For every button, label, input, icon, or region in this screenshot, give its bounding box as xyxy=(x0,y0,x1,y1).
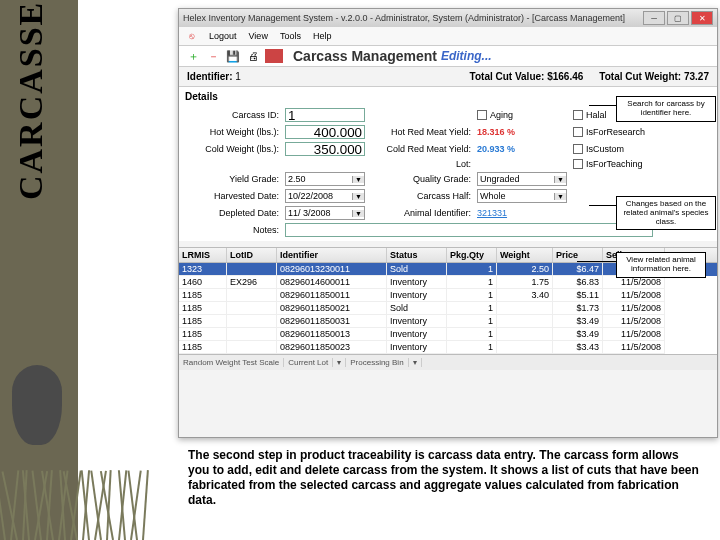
menu-logout[interactable]: Logout xyxy=(209,31,237,41)
identifier-value: 1 xyxy=(235,71,241,82)
table-row[interactable]: 118508296011850011Inventory13.40$5.1111/… xyxy=(179,289,717,302)
total-cut-weight: 73.27 xyxy=(684,71,709,82)
carcass-id-input[interactable] xyxy=(285,108,365,122)
cold-weight-input[interactable] xyxy=(285,142,365,156)
editing-status: Editing... xyxy=(441,49,492,63)
callout-animal: View related animal information here. xyxy=(616,252,706,278)
toolbar: ＋ － 💾 🖨 Carcass Management Editing... xyxy=(179,45,717,67)
add-button[interactable]: ＋ xyxy=(185,48,201,64)
maximize-button[interactable]: ▢ xyxy=(667,11,689,25)
quality-grade-combo[interactable]: Ungraded▼ xyxy=(477,172,567,186)
report-button[interactable] xyxy=(265,49,283,63)
chevron-down-icon: ▼ xyxy=(352,210,364,217)
table-row[interactable]: 1460EX29608296014600011Inventory11.75$6.… xyxy=(179,276,717,289)
table-row[interactable]: 118508296011850023Inventory1$3.4311/5/20… xyxy=(179,341,717,354)
chevron-down-icon: ▼ xyxy=(352,176,364,183)
status-lot: Current Lot xyxy=(288,358,333,367)
save-button[interactable]: 💾 xyxy=(225,48,241,64)
chevron-down-icon: ▼ xyxy=(554,176,566,183)
chevron-down-icon: ▼ xyxy=(352,193,364,200)
aging-checkbox[interactable] xyxy=(477,110,487,120)
statusbar: Random Weight Test Scale Current Lot ▾ P… xyxy=(179,354,717,370)
slide-caption: The second step in product traceability … xyxy=(188,448,700,508)
menu-tools[interactable]: Tools xyxy=(280,31,301,41)
print-button[interactable]: 🖨 xyxy=(245,48,261,64)
slide-sidebar: CARCASSES xyxy=(0,0,78,540)
status-bin: Processing Bin xyxy=(350,358,408,367)
isforresearch-checkbox[interactable] xyxy=(573,127,583,137)
table-row[interactable]: 118508296011850031Inventory1$3.4911/5/20… xyxy=(179,315,717,328)
titlebar[interactable]: Helex Inventory Management System - v.2.… xyxy=(179,9,717,27)
status-scale: Random Weight Test Scale xyxy=(183,358,284,367)
yield-grade-combo[interactable]: 2.50▼ xyxy=(285,172,365,186)
chevron-down-icon: ▼ xyxy=(554,193,566,200)
harvested-date-picker[interactable]: 10/22/2008▼ xyxy=(285,189,365,203)
notes-input[interactable] xyxy=(285,223,653,237)
close-button[interactable]: ✕ xyxy=(691,11,713,25)
menubar: ⎋ Logout View Tools Help xyxy=(179,27,717,45)
window-title: Helex Inventory Management System - v.2.… xyxy=(183,13,625,23)
cold-red-meat-yield: 20.933 % xyxy=(477,144,567,154)
logout-icon[interactable]: ⎋ xyxy=(185,30,197,42)
table-row[interactable]: 118508296011850021Sold1$1.7311/5/2008 xyxy=(179,302,717,315)
summary-bar: Identifier: 1 Total Cut Value: $166.46 T… xyxy=(179,67,717,86)
depleted-date-picker[interactable]: 11/ 3/2008▼ xyxy=(285,206,365,220)
total-cut-value: $166.46 xyxy=(547,71,583,82)
form-title: Carcass Management xyxy=(293,48,437,64)
table-row[interactable]: 118508296011850013Inventory1$3.4911/5/20… xyxy=(179,328,717,341)
side-title: CARCASSES xyxy=(12,0,50,200)
menu-help[interactable]: Help xyxy=(313,31,332,41)
isforteaching-checkbox[interactable] xyxy=(573,159,583,169)
carcass-half-combo[interactable]: Whole▼ xyxy=(477,189,567,203)
delete-button[interactable]: － xyxy=(205,48,221,64)
minimize-button[interactable]: ─ xyxy=(643,11,665,25)
animal-identifier-link[interactable]: 321331 xyxy=(477,208,507,218)
callout-species: Changes based on the related animal's sp… xyxy=(616,196,716,230)
hot-red-meat-yield: 18.316 % xyxy=(477,127,567,137)
menu-view[interactable]: View xyxy=(249,31,268,41)
cat-silhouette xyxy=(12,365,62,445)
grass-decoration xyxy=(0,460,180,540)
iscustom-checkbox[interactable] xyxy=(573,144,583,154)
callout-search: Search for carcass by identifier here. xyxy=(616,96,716,122)
halal-checkbox[interactable] xyxy=(573,110,583,120)
hot-weight-input[interactable] xyxy=(285,125,365,139)
